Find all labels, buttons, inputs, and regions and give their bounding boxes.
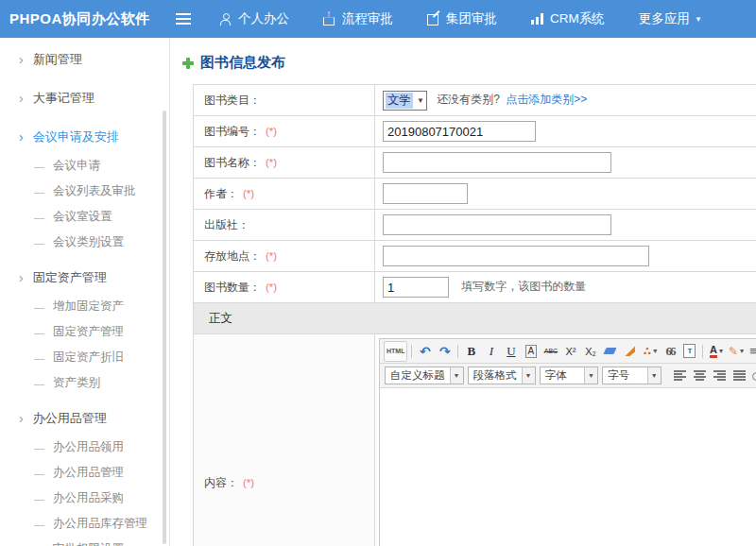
align-right-icon (713, 370, 726, 381)
hamburger-menu-icon[interactable] (176, 13, 191, 25)
form-section-body: 正文 (194, 303, 756, 334)
chevron-right-icon: › (19, 413, 24, 424)
remove-format-button[interactable] (601, 343, 619, 360)
caret-down-icon: ▾ (653, 347, 657, 355)
caret-down-icon: ▼ (584, 367, 597, 384)
highlight-button[interactable]: ✎▾ (727, 343, 745, 360)
nav-more-apps[interactable]: 更多应用▾ (639, 10, 701, 27)
book-name-input[interactable] (383, 152, 611, 173)
required-mark: (*) (243, 477, 254, 488)
font-color-icon: A (710, 345, 717, 358)
quantity-input[interactable] (383, 277, 449, 298)
add-category-link[interactable]: 点击添加类别>> (506, 93, 587, 106)
sidebar-item[interactable]: —办公用品领用 (0, 435, 169, 460)
quantity-hint: 填写数字，该图书的数量 (461, 280, 586, 293)
form-row-category: 图书类目： 文学 ▼ 还没有类别? 点击添加类别>> (194, 85, 756, 116)
font-family-dropdown[interactable]: 字体▼ (540, 367, 599, 384)
format-painter-button[interactable] (621, 343, 639, 360)
sidebar-item-label: 办公用品领用 (53, 439, 124, 455)
sidebar-item[interactable]: —会议室设置 (0, 204, 169, 230)
category-select[interactable]: 文学 ▼ (383, 91, 427, 111)
sidebar-item[interactable]: —办公用品管理 (0, 460, 169, 486)
nav-label: 个人办公 (238, 10, 289, 27)
nav-crm-system[interactable]: CRM系统 (531, 10, 605, 27)
editor-toolbar-row1: HTML ↶ ↷ B I U A ABC X² (380, 339, 756, 364)
author-input[interactable] (383, 183, 468, 204)
align-center-button[interactable] (691, 367, 709, 384)
top-header: PHPOA协同办公软件 个人办公流程审批集团审批CRM系统更多应用▾ (0, 0, 756, 38)
sidebar-menu: ›新闻管理›大事记管理›会议申请及安排—会议申请—会议列表及审批—会议室设置—会… (0, 43, 169, 546)
category-label: 图书类目： (204, 94, 261, 107)
sidebar-item[interactable]: —增加固定资产 (0, 294, 169, 319)
dash-icon: — (34, 442, 44, 453)
sidebar-item[interactable]: —办公用品库存管理 (0, 511, 169, 537)
html-source-button[interactable]: HTML (384, 341, 407, 362)
chevron-right-icon: › (19, 131, 24, 143)
custom-title-dropdown[interactable]: 自定义标题▼ (385, 367, 464, 384)
sidebar-item[interactable]: —会议列表及审批 (0, 179, 169, 204)
dash-icon: — (34, 352, 44, 364)
sidebar-item[interactable]: —审批权限设置 (0, 537, 169, 546)
quantity-label: 图书数量： (204, 281, 261, 294)
sidebar-item[interactable]: —资产类别 (0, 370, 169, 396)
required-mark: (*) (266, 250, 277, 262)
font-size-dropdown[interactable]: 字号▼ (602, 367, 662, 384)
nav-workflow-approval[interactable]: 流程审批 (323, 10, 393, 27)
redo-button[interactable]: ↷ (436, 343, 454, 360)
undo-button[interactable]: ↶ (416, 343, 434, 360)
strikethrough-button[interactable]: ABC (541, 343, 559, 360)
sidebar-group-0[interactable]: ›新闻管理 (0, 43, 169, 76)
boxed-a-button[interactable]: A (522, 343, 540, 360)
sidebar-item[interactable]: —会议类别设置 (0, 230, 169, 255)
sidebar-item[interactable]: —固定资产折旧 (0, 345, 169, 370)
align-justify-button[interactable] (730, 367, 748, 384)
sidebar-group-label: 办公用品管理 (33, 410, 107, 427)
sidebar-group-label: 会议申请及安排 (33, 128, 119, 145)
sidebar-item-label: 固定资产折旧 (53, 350, 124, 366)
toolbar-separator (457, 345, 458, 358)
dash-icon: — (34, 212, 44, 223)
dash-icon: — (34, 468, 44, 479)
editor-content[interactable] (380, 388, 756, 546)
font-color-button[interactable]: A▾ (707, 343, 725, 360)
select-arrow-icon: ▼ (417, 96, 424, 105)
dash-icon: — (34, 161, 44, 172)
sidebar-item-label: 办公用品库存管理 (53, 516, 147, 532)
caret-down-icon: ▾ (696, 14, 701, 24)
bold-button[interactable]: B (462, 343, 480, 360)
sidebar-group-2[interactable]: ›会议申请及安排 (0, 121, 169, 153)
caret-down-icon: ▾ (719, 347, 723, 355)
link-icon (752, 371, 756, 381)
subscript-button[interactable]: X₂ (581, 343, 599, 360)
nav-group-approval[interactable]: 集团审批 (427, 10, 497, 27)
editor-toolbar-row2: 自定义标题▼ 段落格式▼ 字体▼ 字号▼ (380, 364, 756, 388)
sidebar-group-1[interactable]: ›大事记管理 (0, 82, 169, 114)
caret-down-icon: ▼ (522, 367, 535, 384)
sidebar-item[interactable]: —固定资产管理 (0, 319, 169, 345)
toolbar-separator (702, 345, 703, 358)
superscript-button[interactable]: X² (561, 343, 579, 360)
sidebar-item-label: 会议列表及审批 (53, 183, 136, 199)
nav-personal-office[interactable]: 个人办公 (219, 10, 289, 27)
nav-label: 流程审批 (342, 10, 393, 27)
sidebar-group-3[interactable]: ›固定资产管理 (0, 262, 169, 294)
italic-button[interactable]: I (482, 343, 500, 360)
sidebar-item[interactable]: —会议申请 (0, 153, 169, 179)
sidebar-scrollbar[interactable] (163, 111, 166, 544)
color-palette-button[interactable]: ∴▾ (641, 343, 659, 360)
user-icon (219, 13, 232, 26)
book-no-input[interactable] (383, 121, 536, 142)
numbered-list-button[interactable]: ≡▾ (747, 343, 756, 360)
align-left-button[interactable] (671, 367, 689, 384)
sidebar-item[interactable]: —办公用品采购 (0, 486, 169, 511)
paste-as-text-button[interactable]: T (680, 343, 698, 360)
blockquote-button[interactable]: 66 (661, 343, 679, 360)
paragraph-format-dropdown[interactable]: 段落格式▼ (468, 367, 536, 384)
location-input[interactable] (383, 246, 649, 266)
top-nav: 个人办公流程审批集团审批CRM系统更多应用▾ (219, 10, 734, 27)
sidebar-group-4[interactable]: ›办公用品管理 (0, 402, 169, 435)
insert-link-button[interactable] (750, 367, 756, 384)
align-right-button[interactable] (711, 367, 729, 384)
publisher-input[interactable] (383, 214, 611, 235)
underline-button[interactable]: U (502, 343, 520, 360)
